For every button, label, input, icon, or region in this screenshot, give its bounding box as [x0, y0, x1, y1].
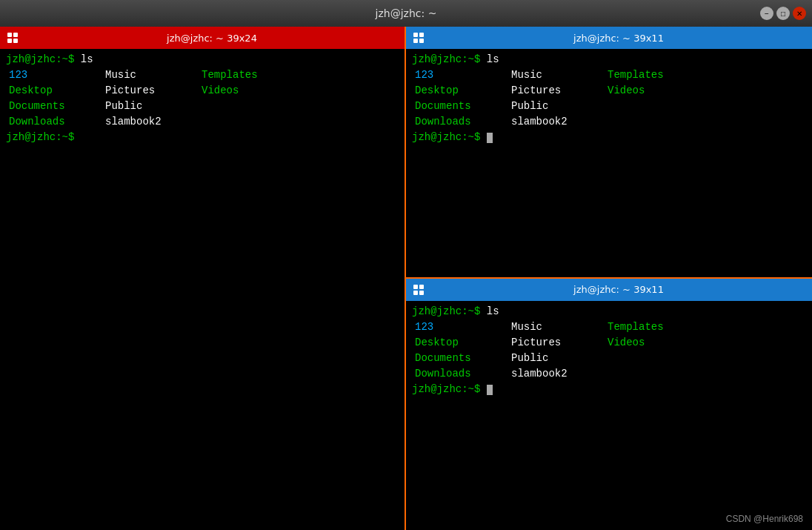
- maximize-button[interactable]: □: [776, 7, 790, 20]
- pane-icon-right-bottom: [412, 283, 425, 297]
- content-area: jzh@jzhc: ~ 39x24 jzh@jzhc:~$ ls 123 Mus…: [0, 27, 812, 530]
- rt-ls-cell: 123: [413, 67, 510, 83]
- rt-ls-cell: Public: [510, 99, 606, 114]
- left-ls-cell: 123: [7, 67, 104, 83]
- right-top-prompt-line: jzh@jzhc:~$ ls: [412, 52, 806, 67]
- left-command: ls: [74, 53, 93, 65]
- rb-ls-cell: slambook2: [510, 366, 606, 382]
- right-bottom-prompt2: jzh@jzhc:~$: [412, 383, 480, 395]
- right-top-header: jzh@jzhc: ~ 39x11: [406, 27, 812, 49]
- right-top-prompt: jzh@jzhc:~$: [412, 53, 480, 65]
- rb-ls-cell: Music: [510, 319, 606, 335]
- left-ls-cell: Pictures: [104, 83, 200, 99]
- right-top-prompt2-line: jzh@jzhc:~$: [412, 130, 806, 145]
- left-prompt2: jzh@jzhc:~$: [6, 131, 74, 143]
- left-ls-cell: [200, 114, 311, 130]
- rt-ls-cell: Pictures: [510, 83, 606, 99]
- rb-ls-cell: Documents: [413, 351, 510, 366]
- rb-ls-cell: Videos: [606, 335, 717, 351]
- rt-ls-cell: Templates: [606, 67, 717, 83]
- rb-ls-cell: Pictures: [510, 335, 606, 351]
- right-top-terminal[interactable]: jzh@jzhc: ~ 39x11 jzh@jzhc:~$ ls 123 Mus…: [406, 27, 812, 279]
- rt-ls-cell: [606, 99, 717, 114]
- right-bottom-command: ls: [480, 305, 499, 317]
- rt-ls-cell: Documents: [413, 99, 510, 114]
- rt-ls-cell: Desktop: [413, 83, 510, 99]
- rt-ls-cell: Music: [510, 67, 606, 83]
- cursor-right-top: [487, 133, 493, 143]
- left-terminal-content[interactable]: jzh@jzhc:~$ ls 123 Music Templates Deskt…: [0, 49, 405, 530]
- left-ls-cell: Downloads: [7, 114, 104, 130]
- left-pane-title: jzh@jzhc: ~ 39x24: [25, 33, 399, 44]
- right-bottom-header: jzh@jzhc: ~ 39x11: [406, 279, 812, 301]
- window-title: jzh@jzhc: ~: [376, 7, 437, 19]
- right-bottom-prompt-line: jzh@jzhc:~$ ls: [412, 304, 806, 319]
- left-prompt2-line: jzh@jzhc:~$: [6, 130, 399, 145]
- right-pane: jzh@jzhc: ~ 39x11 jzh@jzhc:~$ ls 123 Mus…: [406, 27, 812, 530]
- pane-icon-right-top: [412, 31, 425, 44]
- left-terminal-pane[interactable]: jzh@jzhc: ~ 39x24 jzh@jzhc:~$ ls 123 Mus…: [0, 27, 406, 530]
- right-bottom-title: jzh@jzhc: ~ 39x11: [431, 284, 806, 295]
- rt-ls-cell: slambook2: [510, 114, 606, 130]
- left-ls-cell: Documents: [7, 99, 104, 114]
- right-top-prompt2: jzh@jzhc:~$: [412, 131, 480, 143]
- left-ls-cell: [200, 99, 311, 114]
- rb-ls-cell: Public: [510, 351, 606, 366]
- pane-icon-left: [6, 31, 19, 44]
- left-ls-cell: Templates: [200, 67, 311, 83]
- right-bottom-content[interactable]: jzh@jzhc:~$ ls 123 Music Templates Deskt…: [406, 301, 812, 531]
- rb-ls-cell: [606, 351, 717, 366]
- right-top-command: ls: [480, 53, 499, 65]
- left-ls-cell: Music: [104, 67, 200, 83]
- rb-ls-cell: [606, 366, 717, 382]
- left-ls-cell: Videos: [200, 83, 311, 99]
- minimize-button[interactable]: −: [760, 7, 773, 20]
- right-bottom-ls-output: 123 Music Templates Desktop Pictures Vid…: [412, 319, 806, 382]
- right-top-title: jzh@jzhc: ~ 39x11: [431, 33, 806, 44]
- rb-ls-cell: Downloads: [413, 366, 510, 382]
- cursor-right-bottom: [487, 385, 493, 395]
- rb-ls-cell: 123: [413, 319, 510, 335]
- left-prompt-line: jzh@jzhc:~$ ls: [6, 52, 399, 67]
- right-top-ls-output: 123 Music Templates Desktop Pictures Vid…: [412, 67, 806, 130]
- title-bar: jzh@jzhc: ~ − □ ✕: [0, 0, 812, 27]
- window-controls: − □ ✕: [760, 7, 806, 20]
- rb-ls-cell: Templates: [606, 319, 717, 335]
- left-prompt: jzh@jzhc:~$: [6, 53, 74, 65]
- rt-ls-cell: Videos: [606, 83, 717, 99]
- rt-ls-cell: [606, 114, 717, 130]
- right-bottom-prompt: jzh@jzhc:~$: [412, 305, 480, 317]
- right-bottom-prompt2-line: jzh@jzhc:~$: [412, 382, 806, 397]
- close-button[interactable]: ✕: [793, 7, 806, 20]
- left-ls-cell: slambook2: [104, 114, 200, 130]
- left-ls-cell: Public: [104, 99, 200, 114]
- left-pane-header: jzh@jzhc: ~ 39x24: [0, 27, 405, 49]
- right-bottom-terminal[interactable]: jzh@jzhc: ~ 39x11 jzh@jzhc:~$ ls 123 Mus…: [406, 279, 812, 531]
- rt-ls-cell: Downloads: [413, 114, 510, 130]
- watermark: CSDN @Henrik698: [726, 514, 803, 524]
- rb-ls-cell: Desktop: [413, 335, 510, 351]
- left-ls-cell: Desktop: [7, 83, 104, 99]
- left-ls-output: 123 Music Templates Desktop Pictures Vid…: [6, 67, 399, 130]
- right-top-content[interactable]: jzh@jzhc:~$ ls 123 Music Templates Deskt…: [406, 49, 812, 277]
